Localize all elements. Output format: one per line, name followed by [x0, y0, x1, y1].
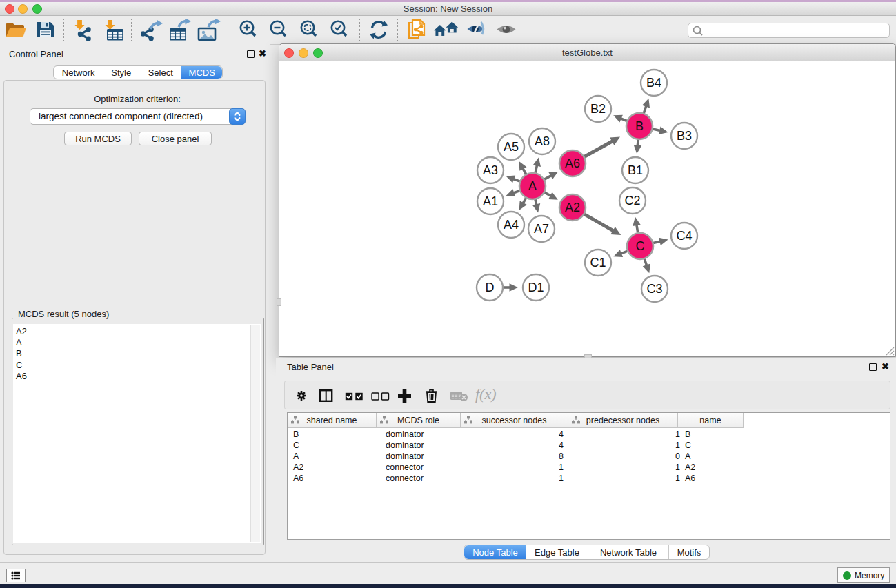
svg-text:C2: C2 — [624, 194, 640, 207]
svg-text:A4: A4 — [504, 218, 519, 232]
svg-text:B1: B1 — [628, 163, 643, 177]
svg-text:B2: B2 — [590, 102, 606, 116]
svg-text:A7: A7 — [534, 222, 549, 236]
svg-text:C1: C1 — [590, 256, 606, 270]
svg-text:A1: A1 — [483, 194, 498, 208]
svg-text:A6: A6 — [565, 156, 580, 170]
svg-text:A: A — [528, 179, 537, 193]
svg-text:C: C — [636, 239, 645, 253]
svg-text:B4: B4 — [646, 76, 661, 90]
svg-text:A8: A8 — [535, 134, 550, 148]
svg-text:A2: A2 — [565, 201, 580, 214]
svg-text:C4: C4 — [676, 229, 692, 243]
svg-text:A5: A5 — [504, 140, 519, 154]
svg-text:D: D — [486, 281, 495, 294]
svg-text:B3: B3 — [677, 129, 692, 143]
svg-text:A3: A3 — [483, 163, 498, 177]
svg-text:C3: C3 — [646, 282, 662, 296]
svg-text:B: B — [635, 119, 644, 133]
svg-text:D1: D1 — [528, 281, 544, 294]
